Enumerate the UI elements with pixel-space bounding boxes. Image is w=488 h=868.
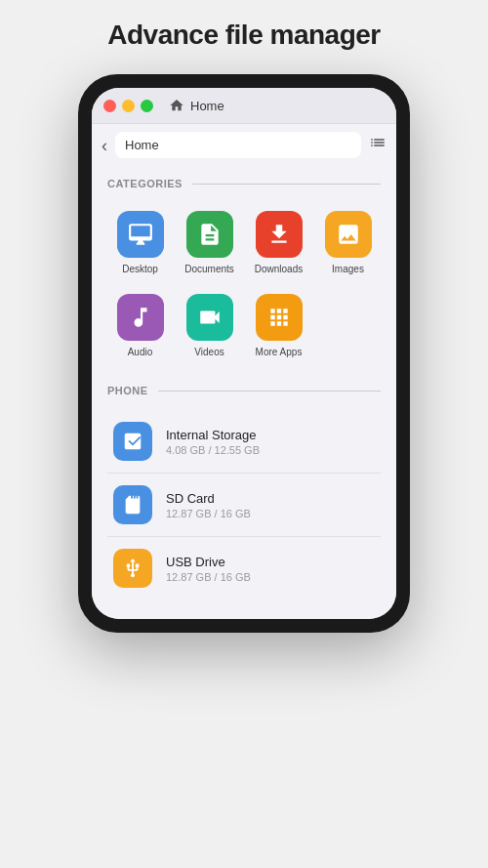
page-title: Advance file manager: [107, 20, 380, 51]
desktop-label: Desktop: [122, 264, 158, 274]
categories-title: CATEGORIES: [107, 178, 183, 189]
content-area: CATEGORIES Desktop: [92, 166, 396, 619]
category-documents[interactable]: Documents: [177, 203, 242, 282]
phone-frame: Home ‹ CATEGORIES: [78, 74, 410, 633]
phone-divider: [158, 391, 381, 392]
more-apps-icon: [256, 294, 303, 341]
sdcard-info: SD Card 12.87 GB / 16 GB: [166, 491, 251, 519]
images-icon: [325, 211, 372, 258]
sdcard-icon: [113, 485, 152, 524]
category-downloads[interactable]: Downloads: [246, 203, 311, 282]
internal-storage-info: Internal Storage 4.08 GB / 12.55 GB: [166, 428, 260, 456]
address-input[interactable]: [115, 132, 361, 158]
title-bar-label: Home: [190, 99, 224, 113]
home-icon: [169, 98, 184, 113]
usb-name: USB Drive: [166, 555, 251, 569]
title-bar: Home: [92, 88, 396, 124]
categories-header: CATEGORIES: [107, 178, 381, 189]
usb-size: 12.87 GB / 16 GB: [166, 571, 251, 583]
storage-item-internal[interactable]: Internal Storage 4.08 GB / 12.55 GB: [107, 410, 381, 474]
categories-grid: Desktop Documents: [107, 203, 381, 365]
more-apps-label: More Apps: [256, 347, 303, 357]
list-icon-svg: [369, 134, 386, 151]
internal-storage-name: Internal Storage: [166, 428, 260, 442]
documents-label: Documents: [184, 264, 234, 274]
phone-header: PHONE: [107, 385, 381, 396]
audio-label: Audio: [128, 347, 153, 357]
minimize-dot[interactable]: [122, 100, 135, 112]
category-videos[interactable]: Videos: [177, 286, 242, 365]
downloads-icon: [256, 211, 303, 258]
close-dot[interactable]: [103, 100, 116, 112]
desktop-icon: [117, 211, 164, 258]
phone-title: PHONE: [107, 385, 148, 396]
back-button[interactable]: ‹: [102, 137, 107, 154]
documents-icon: [186, 211, 233, 258]
internal-storage-size: 4.08 GB / 12.55 GB: [166, 444, 260, 456]
traffic-lights: [103, 100, 153, 112]
usb-icon: [113, 549, 152, 588]
images-label: Images: [332, 264, 364, 274]
videos-label: Videos: [194, 347, 224, 357]
videos-icon: [186, 294, 233, 341]
title-bar-center: Home: [169, 98, 224, 113]
storage-item-usb[interactable]: USB Drive 12.87 GB / 16 GB: [107, 537, 381, 599]
maximize-dot[interactable]: [141, 100, 153, 112]
storage-list: Internal Storage 4.08 GB / 12.55 GB SD: [107, 410, 381, 599]
list-view-icon[interactable]: [369, 134, 386, 156]
storage-item-sdcard[interactable]: SD Card 12.87 GB / 16 GB: [107, 474, 381, 537]
phone-screen: Home ‹ CATEGORIES: [92, 88, 396, 619]
category-more-apps[interactable]: More Apps: [246, 286, 311, 365]
category-audio[interactable]: Audio: [107, 286, 173, 365]
categories-divider: [192, 184, 381, 185]
category-desktop[interactable]: Desktop: [107, 203, 173, 282]
phone-section: PHONE Internal Storage 4.08 GB /: [107, 385, 381, 599]
audio-icon: [117, 294, 164, 341]
usb-info: USB Drive 12.87 GB / 16 GB: [166, 555, 251, 583]
category-images[interactable]: Images: [315, 203, 381, 282]
sdcard-name: SD Card: [166, 491, 251, 506]
internal-storage-icon: [113, 422, 152, 461]
downloads-label: Downloads: [255, 264, 303, 274]
sdcard-size: 12.87 GB / 16 GB: [166, 508, 251, 519]
address-bar-row: ‹: [92, 124, 396, 166]
